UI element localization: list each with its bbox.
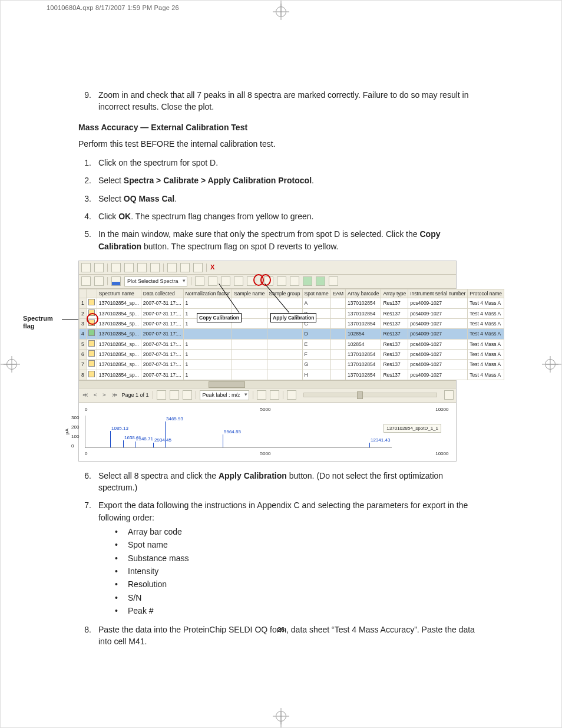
table-cell: Res137: [381, 298, 408, 308]
toolbar-icon[interactable]: [167, 263, 177, 272]
table-row[interactable]: 41370102854_sp...2007-07-31 17:...D10285…: [80, 329, 504, 339]
toolbar-icon[interactable]: [270, 390, 279, 400]
section-subtext: Perform this test BEFORE the internal ca…: [78, 138, 484, 150]
zoom-slider[interactable]: [303, 393, 437, 397]
column-header[interactable]: [80, 289, 87, 298]
peak-label-dropdown[interactable]: Peak label : m/z: [200, 390, 249, 400]
toolbar-icon[interactable]: [81, 263, 91, 272]
peak: [165, 421, 166, 447]
column-header[interactable]: Data collected: [141, 289, 183, 298]
toolbar-icon[interactable]: [287, 390, 296, 400]
toolbar-icon[interactable]: [193, 263, 203, 272]
spectrum-flag-icon: [88, 319, 95, 326]
column-header[interactable]: Array type: [381, 289, 408, 298]
horizontal-scrollbar[interactable]: [79, 380, 456, 388]
export-params-list: Array bar codeSpot nameSubstance massInt…: [115, 526, 484, 617]
toolbar-icon[interactable]: [221, 276, 230, 286]
toolbar-icon[interactable]: [150, 263, 160, 272]
table-cell: [267, 329, 302, 339]
toolbar-icon[interactable]: [111, 263, 121, 272]
table-cell: pcs4009-1027: [408, 298, 468, 308]
table-cell: pcs4009-1027: [408, 329, 468, 339]
table-cell: [86, 339, 97, 349]
table-cell: [330, 370, 345, 380]
table-cell: Test 4 Mass A: [468, 349, 504, 359]
column-header[interactable]: Array barcode: [346, 289, 381, 298]
scrollbar-thumb[interactable]: [209, 381, 245, 388]
prev-page-button[interactable]: <: [92, 391, 98, 399]
toolbar-icon[interactable]: [247, 276, 256, 286]
toolbar-icon[interactable]: [234, 276, 243, 286]
table-row[interactable]: 71370102854_sp...2007-07-31 17:...1G1370…: [80, 360, 504, 370]
column-header[interactable]: Spot name: [302, 289, 330, 298]
first-page-button[interactable]: ≪: [81, 391, 89, 399]
table-cell: [232, 360, 267, 370]
registration-mark-bottom: [276, 711, 286, 722]
toolbar-icon[interactable]: [257, 390, 266, 400]
toolbar-icon[interactable]: [290, 276, 299, 286]
column-header[interactable]: Sample group: [267, 289, 302, 298]
table-row[interactable]: 11370102854_sp...2007-07-31 17:...1A1370…: [80, 298, 504, 308]
toolbar-icon[interactable]: [183, 390, 192, 400]
table-cell: 8: [80, 370, 87, 380]
column-header[interactable]: Normalization factor: [183, 289, 232, 298]
table-cell: [86, 349, 97, 359]
table-cell: 2: [80, 308, 87, 318]
step-text: Zoom in and check that all 7 peaks in al…: [98, 89, 484, 113]
step-text: Click on the spectrum for spot D.: [98, 157, 484, 169]
step-text: Select Spectra > Calibrate > Apply Calib…: [98, 174, 484, 186]
table-cell: [86, 329, 97, 339]
apply-calibration-icon[interactable]: [316, 276, 325, 286]
table-cell: pcs4009-1027: [408, 318, 468, 328]
table-cell: 6: [80, 349, 87, 359]
toolbar-icon[interactable]: [180, 263, 190, 272]
toolbar-icon[interactable]: [137, 263, 147, 272]
table-cell: 7: [80, 360, 87, 370]
toolbar-icon[interactable]: [94, 276, 104, 286]
toolbar-icon[interactable]: [277, 276, 286, 286]
table-row[interactable]: 61370102854_sp...2007-07-31 17:...1F1370…: [80, 349, 504, 359]
callout-apply-calibration: Apply Calibration: [270, 313, 316, 322]
toolbar-icon[interactable]: [157, 390, 166, 400]
toolbar-icon[interactable]: [94, 263, 104, 272]
column-header[interactable]: Sample name: [232, 289, 267, 298]
table-row[interactable]: 81370102854_sp...2007-07-31 17:...1H1370…: [80, 370, 504, 380]
toolbar-icon[interactable]: [444, 390, 454, 400]
table-header-row: Spectrum nameData collectedNormalization…: [80, 289, 504, 298]
toolbar-icon[interactable]: [170, 390, 179, 400]
list-item: Spot name: [115, 539, 484, 551]
spectra-table[interactable]: Spectrum nameData collectedNormalization…: [79, 289, 504, 380]
toolbar-icon[interactable]: [124, 263, 134, 272]
separator: [153, 391, 153, 399]
column-header[interactable]: Protocol name: [468, 289, 504, 298]
table-cell: 1370102854_sp...: [97, 360, 141, 370]
delete-icon[interactable]: X: [210, 263, 214, 272]
axis-top: 0 5000 10000: [85, 406, 450, 414]
column-header[interactable]: [86, 289, 97, 298]
step-number: 5.: [78, 228, 91, 252]
toolbar-icon[interactable]: [208, 276, 217, 286]
table-cell: pcs4009-1027: [408, 339, 468, 349]
next-page-button[interactable]: >: [101, 391, 107, 399]
chart-icon[interactable]: [111, 276, 121, 286]
step-number: 6.: [78, 470, 91, 494]
column-header[interactable]: Spectrum name: [97, 289, 141, 298]
table-row[interactable]: 51370102854_sp...2007-07-31 17:...1E1028…: [80, 339, 504, 349]
last-page-button[interactable]: ≫: [111, 391, 118, 399]
table-cell: 1370102854: [346, 308, 381, 318]
table-cell: 2007-07-31 17:...: [141, 329, 183, 339]
column-header[interactable]: Instrument serial number: [408, 289, 468, 298]
toolbar-icon[interactable]: [329, 276, 338, 286]
plot-mode-dropdown[interactable]: Plot Selected Spectra: [124, 276, 187, 286]
table-cell: 4: [80, 329, 87, 339]
list-item: Substance mass: [115, 552, 484, 564]
table-cell: 1370102854_sp...: [97, 339, 141, 349]
copy-calibration-icon[interactable]: [303, 276, 312, 286]
step-text: Click OK. The spectrum flag changes from…: [98, 210, 484, 222]
separator: [107, 277, 108, 285]
step-7: 7. Export the data following the instruc…: [78, 499, 484, 618]
separator: [283, 391, 283, 399]
toolbar-icon[interactable]: [81, 276, 91, 286]
column-header[interactable]: EAM: [330, 289, 345, 298]
toolbar-icon[interactable]: [195, 276, 204, 286]
